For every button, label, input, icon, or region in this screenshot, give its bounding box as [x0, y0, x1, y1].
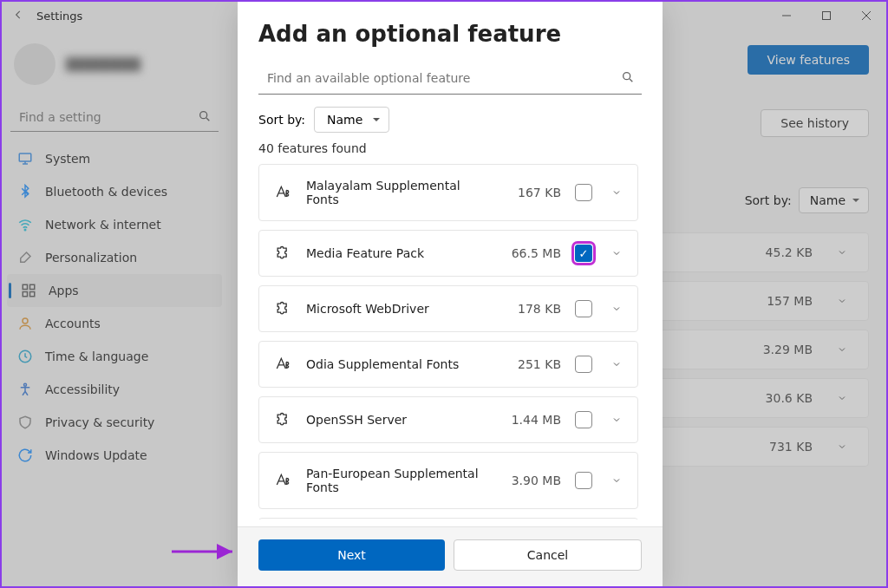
dialog-search-input[interactable] — [258, 62, 642, 94]
cancel-button[interactable]: Cancel — [454, 539, 642, 571]
chevron-down-icon[interactable] — [606, 359, 627, 369]
feature-list[interactable]: Malayalam Supplemental Fonts 167 KB Medi… — [258, 164, 642, 519]
feature-name: OpenSSH Server — [306, 413, 495, 427]
feature-checkbox[interactable] — [575, 184, 592, 201]
chevron-down-icon[interactable] — [606, 415, 627, 425]
font-icon — [273, 184, 292, 201]
feature-size: 251 KB — [509, 357, 561, 371]
feature-checkbox[interactable] — [575, 472, 592, 489]
chevron-down-icon[interactable] — [606, 248, 627, 258]
chevron-down-icon[interactable] — [606, 475, 627, 486]
feature-size: 3.90 MB — [509, 474, 561, 487]
feature-name: Odia Supplemental Fonts — [306, 357, 495, 371]
dialog-footer: Next Cancel — [238, 526, 663, 586]
feature-checkbox[interactable] — [575, 300, 592, 317]
dialog-sort-label: Sort by: — [258, 113, 305, 127]
feature-checkbox[interactable] — [575, 411, 592, 428]
dialog-sort-select[interactable]: Name — [314, 107, 389, 133]
feature-size: 66.5 MB — [509, 246, 561, 260]
font-icon — [273, 356, 292, 373]
chevron-down-icon[interactable] — [606, 187, 627, 198]
annotation-arrow-icon — [172, 543, 241, 564]
feature-row[interactable]: Odia Supplemental Fonts 251 KB — [258, 341, 638, 388]
feature-size: 1.44 MB — [509, 413, 561, 427]
feature-row[interactable]: OpenSSH Server 1.44 MB — [258, 396, 638, 443]
feature-checkbox[interactable] — [575, 356, 592, 373]
feature-name: Media Feature Pack — [306, 246, 495, 260]
feature-size: 178 KB — [509, 302, 561, 316]
feature-name: Malayalam Supplemental Fonts — [306, 179, 495, 206]
chevron-down-icon[interactable] — [606, 304, 627, 314]
feature-row[interactable]: Microsoft WebDriver 178 KB — [258, 285, 638, 332]
puzzle-icon — [273, 245, 292, 262]
feature-row[interactable]: Malayalam Supplemental Fonts 167 KB — [258, 164, 638, 221]
puzzle-icon — [273, 411, 292, 428]
dialog-search[interactable] — [258, 62, 642, 95]
next-button[interactable]: Next — [258, 539, 445, 571]
search-icon — [621, 70, 635, 88]
feature-checkbox[interactable] — [575, 245, 592, 262]
feature-row[interactable]: Pan-European Supplemental Fonts 3.90 MB — [258, 452, 638, 509]
feature-size: 167 KB — [509, 186, 561, 199]
puzzle-icon — [273, 300, 292, 317]
font-icon — [273, 472, 292, 489]
feature-name: Pan-European Supplemental Fonts — [306, 467, 495, 494]
add-optional-feature-dialog: Add an optional feature Sort by: Name 40… — [238, 2, 663, 586]
feature-count: 40 features found — [258, 141, 642, 155]
dialog-title: Add an optional feature — [258, 21, 642, 47]
svg-point-11 — [624, 73, 630, 80]
feature-row[interactable]: RAS Connection Manager Administration Ki… — [258, 518, 638, 519]
feature-name: Microsoft WebDriver — [306, 302, 495, 316]
feature-row[interactable]: Media Feature Pack 66.5 MB — [258, 230, 638, 277]
